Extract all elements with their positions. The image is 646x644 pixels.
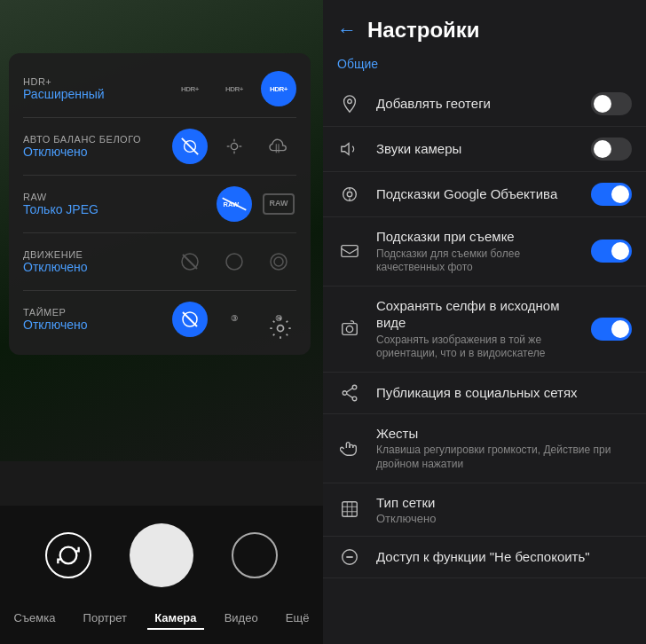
lens-title: Подсказки Google Объектива (376, 185, 577, 203)
svg-point-28 (352, 385, 357, 389)
grid-title: Тип сетки (376, 494, 632, 512)
hdr-title: HDR+ (23, 76, 105, 87)
hdr-label: HDR+ Расширенный (23, 76, 105, 101)
timer-3s-btn[interactable]: ③ (217, 302, 252, 337)
hints-subtitle: Подсказки для съемки более качественных … (376, 247, 577, 275)
settings-item-gestures[interactable]: Жесты Клавиша регулировки громкости, Дей… (323, 414, 646, 483)
raw-value: Только JPEG (23, 202, 98, 216)
mode-видео[interactable]: Видео (217, 608, 265, 630)
share-icon (337, 383, 362, 403)
svg-point-18 (278, 326, 284, 332)
grid-content: Тип сетки Отключено (376, 494, 632, 526)
sound-toggle[interactable] (591, 137, 632, 161)
timer-off-btn[interactable] (172, 302, 208, 337)
gesture-icon (337, 438, 362, 458)
mode-съемка[interactable]: Съемка (7, 608, 63, 630)
mode-ещё[interactable]: Ещё (279, 608, 317, 630)
svg-rect-26 (343, 323, 358, 334)
selfie-toggle[interactable] (591, 318, 632, 341)
motion-ring-btn[interactable] (261, 244, 296, 279)
gestures-subtitle: Клавиша регулировки громкости, Действие … (376, 444, 632, 471)
selfie-icon (337, 319, 362, 339)
flip-icon (56, 543, 81, 568)
hdr-on-btn[interactable]: HDR+ (261, 71, 296, 106)
hdr-setting-row: HDR+ Расширенный HDR+ HDR+ HDR+ (9, 64, 311, 114)
svg-point-2 (231, 143, 237, 149)
gallery-button[interactable] (232, 532, 278, 578)
wb-auto-icon (180, 137, 200, 156)
settings-title: Настройки (367, 18, 480, 43)
motion-off-icon (179, 251, 201, 272)
flip-camera-button[interactable] (45, 532, 91, 578)
hints-toggle[interactable] (591, 240, 632, 263)
settings-item-selfie: Сохранять селфи в исходном виде Сохранят… (323, 287, 646, 373)
raw-raw-btn[interactable]: RAW (261, 186, 296, 222)
wb-sun-btn[interactable] (217, 129, 252, 164)
motion-off-btn[interactable] (172, 244, 208, 279)
hints-title: Подсказки при съемке (376, 228, 577, 246)
gear-button[interactable] (264, 312, 296, 344)
geotag-toggle-knob (594, 95, 611, 113)
mode-камера[interactable]: Камера (147, 608, 203, 630)
svg-point-14 (271, 254, 287, 270)
settings-panel: ← Настройки Общие Добавлять геотеги Звук… (323, 0, 646, 644)
selfie-title: Сохранять селфи в исходном виде (376, 297, 577, 332)
svg-text:RAW: RAW (224, 200, 240, 208)
wb-auto-btn[interactable] (172, 129, 208, 164)
shutter-button[interactable] (130, 523, 193, 587)
hdr-off-btn[interactable]: HDR+ (172, 71, 208, 106)
wb-label: АВТО БАЛАНС БЕЛОГО Отключено (23, 134, 141, 159)
volume-icon (337, 139, 362, 159)
wb-cloud-icon (269, 137, 288, 156)
sound-content: Звуки камеры (376, 140, 577, 158)
selfie-subtitle: Сохранять изображения в той же ориентаци… (376, 334, 577, 361)
hdr-auto-btn[interactable]: HDR+ (217, 71, 252, 106)
svg-marker-20 (342, 144, 349, 155)
svg-line-32 (347, 394, 353, 397)
timer-label: ТАЙМЕР Отключено (23, 307, 88, 332)
raw-jpeg-btn[interactable]: RAW (217, 186, 252, 222)
motion-setting-row: ДВИЖЕНИЕ Отключено (9, 237, 311, 287)
svg-rect-33 (343, 502, 358, 517)
svg-line-31 (347, 388, 353, 391)
settings-header: ← Настройки (323, 0, 646, 53)
gear-icon (268, 316, 293, 341)
settings-item-hints: Подсказки при съемке Подсказки для съемк… (323, 217, 646, 287)
geotag-toggle[interactable] (591, 92, 632, 115)
gestures-title: Жесты (376, 425, 632, 443)
settings-section-general: Общие (323, 53, 646, 82)
timer-title: ТАЙМЕР (23, 307, 88, 318)
mode-портрет[interactable]: Портрет (76, 608, 134, 630)
raw-setting-row: RAW Только JPEG RAW RAW (9, 179, 311, 229)
hdr-icons: HDR+ HDR+ HDR+ (172, 71, 296, 106)
hdr-on-label: HDR+ (270, 85, 288, 93)
social-title: Публикация в социальных сетях (376, 384, 632, 402)
hints-content: Подсказки при съемке Подсказки для съемк… (376, 228, 577, 275)
hdr-off-label: HDR+ (181, 85, 199, 93)
motion-title: ДВИЖЕНИЕ (23, 249, 88, 260)
wb-title: АВТО БАЛАНС БЕЛОГО (23, 134, 141, 145)
motion-value: Отключено (23, 260, 88, 274)
raw-jpeg-icon: RAW (221, 195, 248, 213)
motion-circle-btn[interactable] (217, 244, 252, 279)
hints-toggle-knob (611, 242, 629, 260)
settings-item-lens: Подсказки Google Объектива (323, 172, 646, 217)
settings-item-social[interactable]: Публикация в социальных сетях (323, 373, 646, 414)
lens-toggle[interactable] (591, 183, 632, 206)
svg-point-27 (346, 326, 352, 332)
grid-value: Отключено (376, 512, 632, 525)
grid-icon (337, 499, 362, 519)
divider-2 (23, 175, 296, 176)
motion-circle-icon (224, 251, 245, 272)
wb-cloud-btn[interactable] (261, 129, 296, 164)
back-button[interactable]: ← (337, 19, 357, 42)
social-content: Публикация в социальных сетях (376, 384, 632, 402)
raw-title: RAW (23, 192, 98, 202)
svg-point-29 (343, 391, 347, 396)
settings-item-dnd[interactable]: Доступ к функции "Не беспокоить" (323, 537, 646, 578)
svg-point-15 (274, 257, 283, 266)
sound-toggle-knob (594, 140, 611, 158)
motion-ring-icon (268, 251, 289, 272)
settings-item-grid[interactable]: Тип сетки Отключено (323, 483, 646, 538)
geotag-content: Добавлять геотеги (376, 95, 577, 113)
